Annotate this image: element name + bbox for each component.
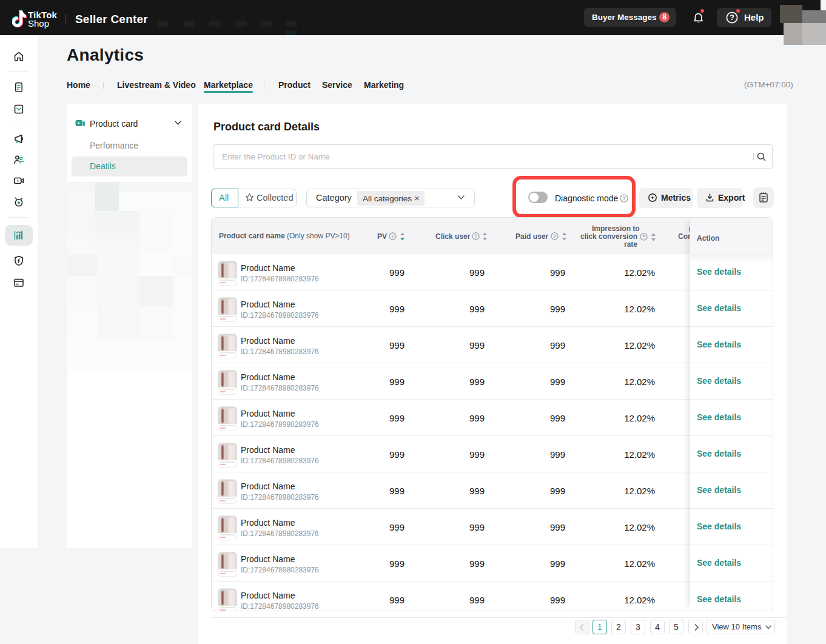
svg-text:?: ? [730,13,734,22]
svg-text:?: ? [474,233,477,239]
svg-text:?: ? [553,233,556,239]
svg-text:?: ? [391,233,394,239]
svg-text:?: ? [642,234,645,240]
svg-text:?: ? [622,195,625,201]
